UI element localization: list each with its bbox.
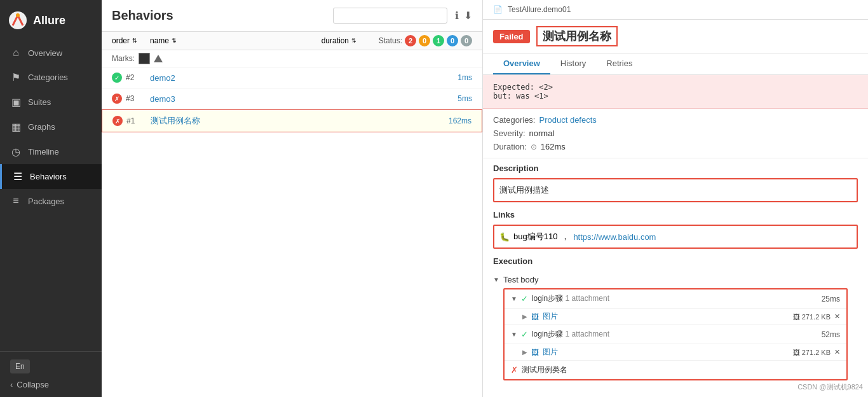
error-expected: Expected: <2> (493, 83, 858, 92)
sidebar-item-overview[interactable]: ⌂ Overview (0, 41, 102, 65)
status-filter-area: Status: 2 0 1 0 0 (379, 35, 472, 46)
step-item[interactable]: ▼ ✓ login步骤 1 attachment 52ms (505, 325, 846, 344)
step-name: 测试用例类名 (522, 365, 567, 375)
tab-retries[interactable]: Retries (596, 53, 642, 74)
meta-section: Categories: Product defects Severity: no… (483, 109, 868, 158)
order-label: order (112, 36, 130, 45)
attachment-right: 🖼 271.2 KB ✕ (793, 348, 840, 356)
image-icon: 🖼 (531, 348, 539, 357)
step-duration: 25ms (822, 295, 840, 303)
sidebar-item-categories[interactable]: ⚑ Categories (0, 65, 102, 90)
sidebar-nav: ⌂ Overview ⚑ Categories ▣ Suites ▦ Graph… (0, 41, 102, 351)
status-badge-broken[interactable]: 0 (419, 35, 430, 46)
behaviors-title: Behaviors (112, 8, 325, 23)
graphs-icon: ▦ (10, 121, 22, 133)
severity-value: normal (529, 129, 555, 138)
sidebar-item-timeline-label: Timeline (28, 147, 59, 157)
collapse-label: Collapse (17, 380, 49, 389)
row-order-num: #2 (126, 73, 134, 82)
watermark: CSDN @测试机9824 (797, 382, 863, 392)
detail-panel: 📄 TestAllure.demo01 Failed 测试用例名称 Overvi… (483, 0, 868, 397)
sidebar: Allure ⌂ Overview ⚑ Categories ▣ Suites … (0, 0, 102, 397)
test-body-header[interactable]: ▼ Test body (493, 271, 858, 288)
test-body-label: Test body (503, 275, 539, 284)
categories-label: Categories: (493, 115, 535, 125)
col-header-duration[interactable]: duration ⇅ (322, 36, 379, 45)
name-label: name (150, 36, 169, 45)
duration-label: duration (322, 36, 349, 45)
row-order: ✓ #2 (112, 73, 150, 83)
table-row[interactable]: ✗ #3 demo3 5ms (102, 88, 482, 109)
execution-heading: Execution (483, 251, 868, 268)
behaviors-icon: ☰ (12, 171, 24, 183)
failed-badge: Failed (493, 30, 530, 43)
step-item[interactable]: ▼ ✓ login步骤 1 attachment 25ms (505, 289, 846, 309)
step-name: login步骤 1 attachment (532, 329, 609, 340)
table-row[interactable]: ✓ #2 demo2 1ms (102, 67, 482, 88)
chevron-down-icon: ▼ (493, 276, 499, 283)
col-header-name[interactable]: name ⇅ (150, 36, 322, 45)
sidebar-logo: Allure (0, 0, 102, 41)
sidebar-item-suites[interactable]: ▣ Suites (0, 90, 102, 115)
tab-overview[interactable]: Overview (493, 53, 550, 74)
step-name-text: login步骤 (532, 330, 563, 338)
tab-history-label: History (560, 59, 586, 68)
sidebar-item-overview-label: Overview (28, 48, 62, 58)
status-badge-unknown[interactable]: 0 (461, 35, 472, 46)
status-badge-skipped[interactable]: 0 (447, 35, 458, 46)
link-url[interactable]: https://www.baidu.com (573, 232, 656, 242)
row-order: ✗ #3 (112, 94, 150, 104)
name-sort-icon: ⇅ (172, 38, 177, 44)
svg-point-1 (16, 13, 20, 17)
attachment-size: 🖼 271.2 KB (793, 349, 831, 356)
download-icon[interactable]: ⬇ (464, 10, 472, 22)
sidebar-item-behaviors[interactable]: ☰ Behaviors (0, 164, 102, 189)
home-icon: ⌂ (10, 47, 22, 59)
sidebar-item-graphs[interactable]: ▦ Graphs (0, 115, 102, 139)
step-name-text: 测试用例类名 (522, 365, 567, 374)
expand-icon: ▶ (522, 313, 527, 320)
image-icon: 🖼 (531, 312, 539, 321)
attachment-row[interactable]: ▶ 🖼 图片 🖼 271.2 KB ✕ (505, 309, 846, 325)
mark-square-button[interactable] (139, 53, 150, 64)
description-heading: Description (483, 158, 868, 176)
row-order: ✗ #1 (112, 116, 151, 126)
tab-history[interactable]: History (550, 53, 596, 74)
status-badge-failed[interactable]: 2 (405, 35, 416, 46)
info-icon[interactable]: ℹ (455, 10, 459, 22)
step-failed-icon: ✗ (511, 365, 518, 375)
flag-icon: ⚑ (10, 71, 22, 83)
links-heading: Links (483, 205, 868, 222)
status-badge-passed[interactable]: 1 (433, 35, 444, 46)
sidebar-item-packages[interactable]: ≡ Packages (0, 189, 102, 213)
marks-label: Marks: (112, 54, 135, 63)
table-row[interactable]: ✗ #1 测试用例名称 162ms (102, 109, 482, 132)
attachment-name: 图片 (543, 311, 558, 322)
close-icon: ✕ (834, 348, 840, 356)
links-box: 🐛 bug编号110 ， https://www.baidu.com (493, 225, 858, 249)
bug-icon: 🐛 (499, 232, 510, 242)
row-duration: 1ms (415, 73, 472, 82)
collapse-button[interactable]: ‹ Collapse (10, 380, 92, 389)
attachment-row[interactable]: ▶ 🖼 图片 🖼 271.2 KB ✕ (505, 344, 846, 361)
language-button[interactable]: En (10, 359, 30, 373)
execution-section: ▼ Test body ▼ ✓ login步骤 1 attachment (483, 268, 868, 383)
categories-value[interactable]: Product defects (539, 115, 596, 125)
detail-breadcrumb: 📄 TestAllure.demo01 (483, 0, 868, 20)
bug-text: bug编号110 (513, 231, 557, 242)
allure-logo-icon (8, 10, 28, 31)
row-duration: 5ms (415, 94, 472, 103)
attachment-left: ▶ 🖼 图片 (522, 311, 558, 322)
link-separator: ， (561, 231, 569, 242)
detail-tabs: Overview History Retries (483, 53, 868, 75)
description-box: 测试用例描述 (493, 178, 858, 202)
step-left: ✗ 测试用例类名 (511, 365, 567, 375)
attachment-count: 1 attachment (566, 330, 609, 338)
search-input[interactable] (333, 8, 447, 24)
step-item[interactable]: ✗ 测试用例类名 (505, 361, 846, 379)
col-header-order[interactable]: order ⇅ (112, 36, 150, 45)
detail-title-bar: Failed 测试用例名称 (483, 20, 868, 53)
sidebar-item-timeline[interactable]: ◷ Timeline (0, 139, 102, 164)
behaviors-header: Behaviors ℹ ⬇ (102, 0, 482, 32)
mark-triangle-button[interactable] (154, 55, 163, 62)
